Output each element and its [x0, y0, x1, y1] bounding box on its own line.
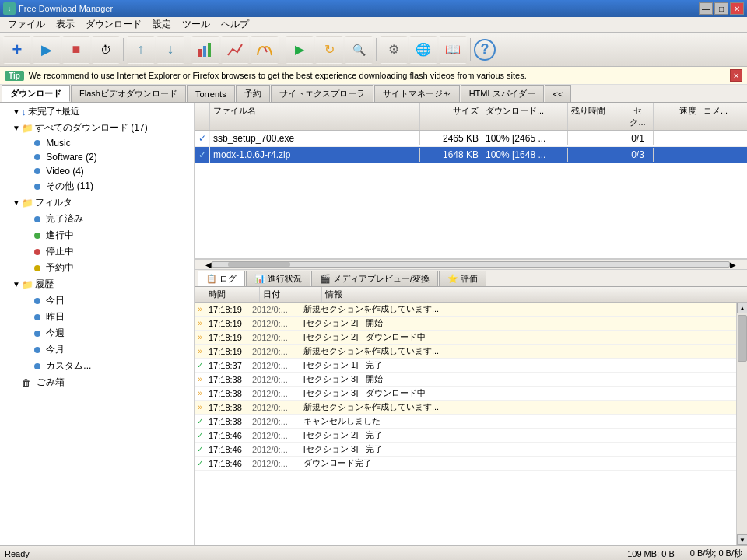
log-col-time-header: 時間: [205, 287, 260, 302]
log-info-11: [セクション 3] - 完了: [300, 443, 736, 456]
tab-html-spider[interactable]: HTMLスパイダー: [461, 85, 544, 102]
menu-download[interactable]: ダウンロード: [81, 16, 146, 33]
log-tab-rating[interactable]: ⭐ 評価: [439, 271, 486, 286]
log-tabs-bar: 📋 ログ 📊 進行状況 🎬 メディアプレビュー/変換 ⭐ 評価: [195, 270, 747, 287]
sidebar-item-filter[interactable]: ▼ 📁 フィルタ: [0, 194, 194, 211]
sidebar-label-recent: 未完了+最近: [28, 105, 80, 118]
log-time-1: 17:18:19: [205, 304, 249, 315]
media-icon: 🎬: [320, 274, 331, 284]
log-date-8: 2012/0:...: [249, 402, 300, 413]
sidebar-item-other[interactable]: その他 (11): [0, 178, 194, 194]
sidebar-item-music[interactable]: Music: [0, 136, 194, 150]
graph-button[interactable]: [191, 36, 219, 64]
sidebar-item-software[interactable]: Software (2): [0, 150, 194, 164]
sidebar-item-this-month[interactable]: 今月: [0, 341, 194, 358]
sidebar-label-yesterday: 昨日: [46, 310, 65, 324]
sidebar-item-scheduled[interactable]: 予約中: [0, 260, 194, 276]
sidebar-item-stopped[interactable]: 停止中: [0, 243, 194, 260]
log-tab-log[interactable]: 📋 ログ: [198, 271, 245, 286]
title-bar: ↓ Free Download Manager — □ ✕: [0, 0, 747, 17]
col-header-comment[interactable]: コメ...: [700, 103, 747, 130]
gear-button[interactable]: ⚙: [380, 36, 408, 64]
sidebar-item-inprogress[interactable]: 進行中: [0, 227, 194, 243]
col-header-dl[interactable]: ダウンロード...: [482, 103, 568, 130]
sidebar-item-video[interactable]: Video (4): [0, 164, 194, 178]
check-cell-2: ✓: [195, 147, 210, 163]
file-row-2[interactable]: ✓ modx-1.0.6J-r4.zip 1648 KB 100% [1648 …: [195, 147, 747, 163]
toolbar-sep-5: [470, 38, 471, 61]
maximize-button[interactable]: □: [714, 2, 728, 15]
tip-close-button[interactable]: ✕: [730, 69, 742, 82]
down-button[interactable]: ↓: [156, 36, 184, 64]
schedule-button[interactable]: ⏱: [92, 36, 120, 64]
sidebar-item-trash[interactable]: 🗑 ごみ箱: [0, 374, 194, 390]
log-time-12: 17:18:46: [205, 458, 249, 469]
log-col-info-header: 情報: [322, 287, 747, 302]
sidebar-item-custom[interactable]: カスタム...: [0, 358, 194, 374]
resume-button[interactable]: ▶: [286, 36, 314, 64]
sidebar-item-completed[interactable]: 完了済み: [0, 211, 194, 227]
book-button[interactable]: 📖: [439, 36, 467, 64]
tab-torrents[interactable]: Torrents: [187, 85, 235, 102]
menu-settings[interactable]: 設定: [148, 16, 176, 33]
tab-site-explorer[interactable]: サイトエクスプローラ: [271, 85, 374, 102]
col-header-name[interactable]: ファイル名: [210, 103, 420, 130]
add-button[interactable]: +: [3, 36, 31, 64]
log-time-9: 17:18:38: [205, 416, 249, 427]
h-scroll-right-btn[interactable]: ▶: [730, 261, 736, 269]
chart2-button[interactable]: [221, 36, 249, 64]
search-button[interactable]: 🔍: [345, 36, 373, 64]
bullet-thismonth-icon: [34, 347, 40, 353]
start-button[interactable]: ▶: [33, 36, 61, 64]
log-col-date-header: 日付: [260, 287, 322, 302]
sidebar-item-this-week[interactable]: 今週: [0, 325, 194, 341]
title-bar-text: Free Download Manager: [19, 4, 113, 13]
bullet-scheduled-icon: [34, 265, 40, 271]
file-row-1[interactable]: ✓ ssb_setup_700.exe 2465 KB 100% [2465 .…: [195, 131, 747, 147]
up-button[interactable]: ↑: [127, 36, 155, 64]
h-scrollbar[interactable]: ◀ ▶: [195, 259, 747, 270]
tree-arrow-icon: ▼: [12, 107, 20, 116]
menu-file[interactable]: ファイル: [3, 16, 50, 33]
bullet-stopped-icon: [34, 249, 40, 255]
sidebar-item-all-downloads[interactable]: ▼ 📁 すべてのダウンロード (17): [0, 120, 194, 136]
log-tab-progress[interactable]: 📊 進行状況: [246, 271, 310, 286]
minimize-button[interactable]: —: [699, 2, 713, 15]
check-cell-1: ✓: [195, 131, 210, 146]
log-icon-2: »: [195, 319, 205, 327]
sidebar-item-history[interactable]: ▼ 📁 履歴: [0, 276, 194, 292]
menu-tools[interactable]: ツール: [177, 16, 215, 33]
col-header-size[interactable]: サイズ: [420, 103, 482, 130]
v-scrollbar[interactable]: ▲ ▼: [736, 303, 747, 545]
tab-schedule[interactable]: 予約: [236, 85, 270, 102]
stop-button[interactable]: ■: [62, 36, 90, 64]
globe-button[interactable]: 🌐: [409, 36, 437, 64]
status-disk: 109 MB; 0 B: [627, 549, 675, 558]
sidebar-item-today[interactable]: 今日: [0, 292, 194, 309]
v-scroll-down-btn[interactable]: ▼: [737, 534, 747, 545]
log-tab-media[interactable]: 🎬 メディアプレビュー/変換: [311, 271, 438, 286]
tab-more[interactable]: <<: [545, 85, 572, 102]
tab-flash-video[interactable]: Flashビデオダウンロード: [71, 85, 186, 102]
close-button[interactable]: ✕: [730, 2, 744, 15]
v-scroll-up-btn[interactable]: ▲: [737, 303, 747, 313]
tab-site-manager[interactable]: サイトマネージャ: [374, 85, 460, 102]
sidebar-item-recent[interactable]: ▼ ↓ 未完了+最近: [0, 103, 194, 120]
tab-downloads[interactable]: ダウンロード: [2, 85, 70, 102]
help-button[interactable]: ?: [474, 39, 496, 61]
col-header-sec[interactable]: セク...: [622, 103, 654, 130]
refresh-button[interactable]: ↻: [315, 36, 343, 64]
col-header-speed[interactable]: 速度: [654, 103, 700, 130]
log-row-7: » 17:18:38 2012/0:... [セクション 3] - ダウンロード…: [195, 387, 736, 401]
speed-button[interactable]: [251, 36, 279, 64]
sidebar-item-yesterday[interactable]: 昨日: [0, 309, 194, 325]
log-info-7: [セクション 3] - ダウンロード中: [300, 387, 736, 400]
menu-help[interactable]: ヘルプ: [216, 16, 254, 33]
sidebar-label-inprogress: 進行中: [46, 229, 74, 242]
menu-view[interactable]: 表示: [51, 16, 79, 33]
h-scroll-thumb[interactable]: [228, 262, 290, 267]
h-scroll-left-btn[interactable]: ◀: [205, 261, 212, 269]
sidebar-label-today: 今日: [46, 294, 65, 307]
v-scroll-thumb[interactable]: [738, 315, 747, 362]
col-header-remain[interactable]: 残り時間: [568, 103, 622, 130]
